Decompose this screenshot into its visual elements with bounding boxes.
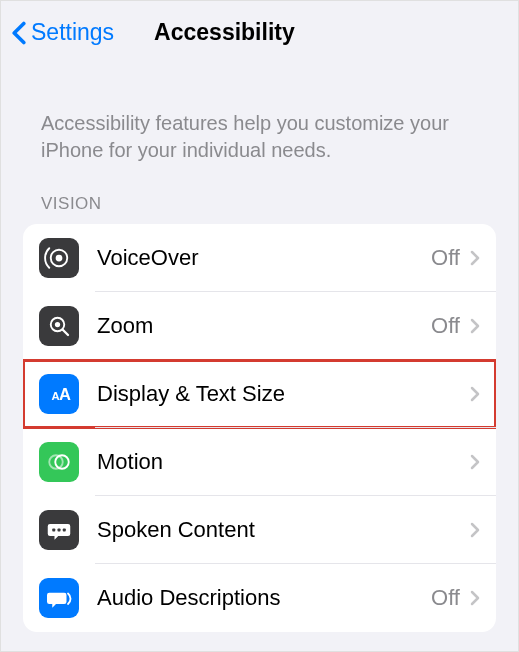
zoom-icon: [39, 306, 79, 346]
chevron-right-icon: [470, 590, 480, 606]
row-spoken-content[interactable]: Spoken Content: [23, 496, 496, 564]
row-zoom[interactable]: Zoom Off: [23, 292, 496, 360]
chevron-right-icon: [470, 318, 480, 334]
row-label: Motion: [97, 449, 460, 475]
row-value: Off: [431, 313, 460, 339]
navigation-bar: Settings Accessibility: [1, 1, 518, 60]
svg-line-4: [63, 330, 68, 335]
page-description: Accessibility features help you customiz…: [1, 60, 518, 194]
row-audio-descriptions[interactable]: Audio Descriptions Off: [23, 564, 496, 632]
svg-text:A: A: [59, 385, 71, 403]
row-label: Audio Descriptions: [97, 585, 431, 611]
voiceover-icon: [39, 238, 79, 278]
motion-icon: [39, 442, 79, 482]
row-label: Zoom: [97, 313, 431, 339]
chevron-right-icon: [470, 522, 480, 538]
row-value: Off: [431, 245, 460, 271]
row-display-text-size[interactable]: A A Display & Text Size: [23, 360, 496, 428]
row-motion[interactable]: Motion: [23, 428, 496, 496]
chevron-right-icon: [470, 386, 480, 402]
chevron-right-icon: [470, 250, 480, 266]
text-size-icon: A A: [39, 374, 79, 414]
svg-rect-10: [58, 529, 61, 532]
back-label: Settings: [31, 19, 114, 46]
svg-rect-11: [63, 529, 66, 532]
page-title: Accessibility: [154, 19, 295, 46]
vision-list: VoiceOver Off Zoom Off A A Display & Tex…: [23, 224, 496, 632]
row-voiceover[interactable]: VoiceOver Off: [23, 224, 496, 292]
svg-point-3: [55, 322, 60, 327]
svg-point-1: [56, 255, 63, 262]
chevron-right-icon: [470, 454, 480, 470]
row-label: Spoken Content: [97, 517, 460, 543]
chevron-left-icon: [11, 21, 27, 45]
audio-descriptions-icon: [39, 578, 79, 618]
row-label: Display & Text Size: [97, 381, 460, 407]
svg-rect-9: [52, 529, 55, 532]
section-header-vision: VISION: [1, 194, 518, 224]
back-button[interactable]: Settings: [11, 19, 114, 46]
spoken-content-icon: [39, 510, 79, 550]
row-value: Off: [431, 585, 460, 611]
row-label: VoiceOver: [97, 245, 431, 271]
